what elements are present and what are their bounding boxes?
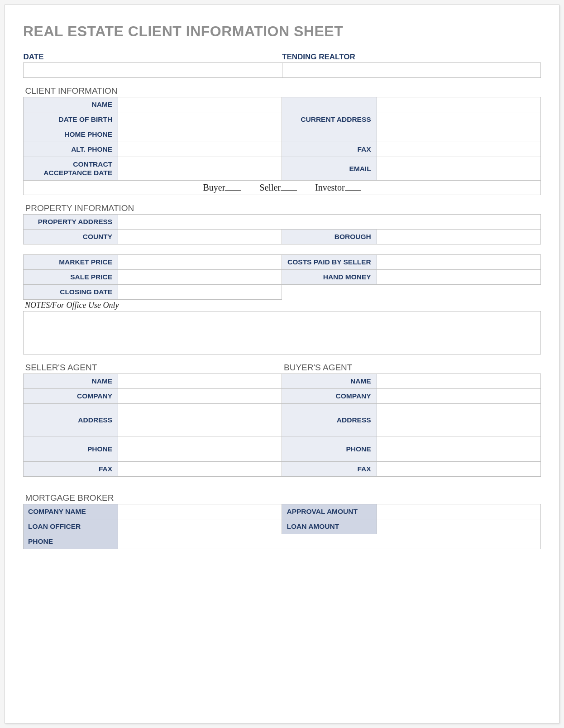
broker-section-title: MORTGAGE BROKER <box>24 493 541 504</box>
date-label: DATE <box>24 53 282 63</box>
county-label: COUNTY <box>24 229 118 244</box>
alt-phone-label: ALT. PHONE <box>24 142 118 157</box>
realtor-label: TENDING REALTOR <box>282 53 541 63</box>
current-address-label: CURRENT ADDRESS <box>282 97 377 142</box>
header-table: DATE TENDING REALTOR <box>23 53 541 78</box>
investor-option: Investor <box>315 182 345 192</box>
hand-money-input[interactable] <box>382 273 536 282</box>
current-address-input-1[interactable] <box>382 100 536 109</box>
home-phone-input[interactable] <box>123 130 277 139</box>
contract-date-input[interactable] <box>123 164 277 173</box>
sa-company-input[interactable] <box>123 392 277 401</box>
ba-fax-input[interactable] <box>382 465 536 474</box>
seller-blank[interactable] <box>281 190 297 191</box>
sa-name-input[interactable] <box>123 377 277 386</box>
client-info-table: CLIENT INFORMATION NAME CURRENT ADDRESS … <box>23 86 541 195</box>
pricing-table: MARKET PRICE COSTS PAID BY SELLER SALE P… <box>23 254 541 300</box>
document-page: REAL ESTATE CLIENT INFORMATION SHEET DAT… <box>5 5 559 723</box>
broker-table: MORTGAGE BROKER COMPANY NAME APPROVAL AM… <box>23 493 541 549</box>
borough-input[interactable] <box>382 232 536 241</box>
property-info-table: PROPERTY INFORMATION PROPERTY ADDRESS CO… <box>23 203 541 244</box>
alt-phone-input[interactable] <box>123 145 277 154</box>
buyer-option: Buyer <box>203 182 225 192</box>
ba-phone-input[interactable] <box>382 444 536 453</box>
name-label: NAME <box>24 97 118 112</box>
officer-input[interactable] <box>123 522 277 531</box>
closing-date-label: CLOSING DATE <box>24 284 118 299</box>
sa-company-label: COMPANY <box>24 388 118 403</box>
hand-money-label: HAND MONEY <box>282 269 377 284</box>
sale-price-label: SALE PRICE <box>24 269 118 284</box>
dob-input[interactable] <box>123 115 277 124</box>
property-address-input[interactable] <box>123 217 536 226</box>
email-label: EMAIL <box>282 157 377 181</box>
sa-phone-label: PHONE <box>24 436 118 461</box>
costs-seller-label: COSTS PAID BY SELLER <box>282 254 377 269</box>
agents-table: SELLER'S AGENT BUYER'S AGENT NAME NAME C… <box>23 363 541 477</box>
ba-address-label: ADDRESS <box>282 403 377 436</box>
ba-address-input[interactable] <box>382 415 536 424</box>
closing-date-input[interactable] <box>123 287 277 297</box>
property-section-title: PROPERTY INFORMATION <box>24 203 541 215</box>
fax-input[interactable] <box>382 145 536 154</box>
property-address-label: PROPERTY ADDRESS <box>24 214 118 229</box>
current-address-input-3[interactable] <box>382 130 536 139</box>
name-input[interactable] <box>123 100 277 109</box>
sa-fax-input[interactable] <box>123 465 277 474</box>
page-title: REAL ESTATE CLIENT INFORMATION SHEET <box>23 23 541 40</box>
client-section-title: CLIENT INFORMATION <box>24 86 541 97</box>
loan-amount-input[interactable] <box>382 522 536 531</box>
broker-phone-label: PHONE <box>24 534 118 549</box>
investor-blank[interactable] <box>345 190 361 191</box>
broker-company-label: COMPANY NAME <box>24 504 118 519</box>
sa-name-label: NAME <box>24 374 118 388</box>
borough-label: BOROUGH <box>282 229 377 244</box>
approval-input[interactable] <box>382 507 536 516</box>
market-price-label: MARKET PRICE <box>24 254 118 269</box>
broker-phone-input[interactable] <box>123 537 536 546</box>
loan-amount-label: LOAN AMOUNT <box>282 519 377 534</box>
dob-label: DATE OF BIRTH <box>24 112 118 127</box>
current-address-input-2[interactable] <box>382 115 536 124</box>
county-input[interactable] <box>123 232 277 241</box>
ba-company-label: COMPANY <box>282 388 377 403</box>
buyer-agent-title: BUYER'S AGENT <box>282 363 541 374</box>
buyer-blank[interactable] <box>225 190 241 191</box>
ba-fax-label: FAX <box>282 461 377 476</box>
sale-price-input[interactable] <box>123 273 277 282</box>
officer-label: LOAN OFFICER <box>24 519 118 534</box>
ba-company-input[interactable] <box>382 392 536 401</box>
seller-agent-title: SELLER'S AGENT <box>24 363 282 374</box>
sa-address-input[interactable] <box>123 415 277 424</box>
notes-input[interactable] <box>28 314 536 351</box>
ba-name-label: NAME <box>282 374 377 388</box>
sa-fax-label: FAX <box>24 461 118 476</box>
role-checkboxes: Buyer Seller Investor <box>24 180 541 195</box>
ba-phone-label: PHONE <box>282 436 377 461</box>
approval-label: APPROVAL AMOUNT <box>282 504 377 519</box>
home-phone-label: HOME PHONE <box>24 127 118 142</box>
notes-table <box>23 311 541 354</box>
contract-date-label: CONTRACT ACCEPTANCE DATE <box>24 157 118 181</box>
date-input[interactable] <box>28 66 277 75</box>
notes-label: NOTES/For Office Use Only <box>23 300 541 311</box>
costs-seller-input[interactable] <box>382 258 536 267</box>
ba-name-input[interactable] <box>382 377 536 386</box>
realtor-input[interactable] <box>287 66 536 75</box>
seller-option: Seller <box>259 182 281 192</box>
market-price-input[interactable] <box>123 258 277 267</box>
email-input[interactable] <box>382 164 536 173</box>
sa-phone-input[interactable] <box>123 444 277 453</box>
broker-company-input[interactable] <box>123 507 277 516</box>
sa-address-label: ADDRESS <box>24 403 118 436</box>
fax-label: FAX <box>282 142 377 157</box>
